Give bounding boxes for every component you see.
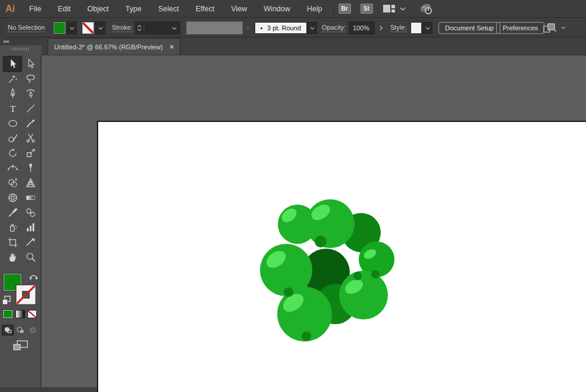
fill-swatch-chevron-icon[interactable] [67, 21, 77, 35]
shaper-tool[interactable] [4, 131, 21, 146]
menu-edit[interactable]: Edit [49, 0, 79, 17]
status-strip [0, 387, 97, 392]
style-chevron-icon[interactable] [422, 22, 433, 34]
control-bar-grip[interactable] [0, 18, 5, 37]
style-label[interactable]: Style: [390, 24, 407, 32]
gradient-mode-button[interactable] [15, 310, 25, 318]
app-logo: Ai [0, 4, 21, 14]
sphere-notch-4 [371, 270, 380, 278]
mesh-tool[interactable] [4, 190, 21, 205]
direct-selection-tool[interactable] [21, 57, 39, 71]
collapse-toolbar-button[interactable]: «« [3, 37, 9, 45]
eyedropper-tool[interactable] [4, 205, 21, 220]
tab-bar: Untitled-3* @ 66.67% (RGB/Preview) × [42, 37, 586, 55]
menu-effect[interactable]: Effect [187, 0, 223, 17]
svg-text:T: T [10, 104, 15, 114]
selection-tool[interactable] [4, 57, 21, 71]
brush-definition-value: 3 pt. Round [267, 24, 301, 32]
stroke-proxy-swatch[interactable] [15, 284, 36, 308]
stroke-swatch-chevron-icon[interactable] [95, 21, 105, 35]
gpu-performance-icon[interactable] [418, 2, 435, 15]
canvas-area[interactable] [42, 55, 586, 392]
scale-tool[interactable] [21, 146, 39, 161]
width-tool[interactable] [4, 161, 21, 175]
type-tool[interactable]: T [4, 101, 21, 116]
ellipse-tool[interactable] [4, 116, 21, 131]
opacity-expand-icon[interactable] [376, 21, 386, 35]
tab-row: «« Untitled-3* @ 66.67% (RGB/Preview) × [0, 37, 586, 55]
menu-type[interactable]: Type [117, 0, 150, 17]
menu-items: FileEditObjectTypeSelectEffectViewWindow… [21, 0, 331, 17]
column-graph-tool[interactable] [21, 220, 39, 235]
slice-tool[interactable] [21, 235, 39, 250]
isolate-chevron-icon[interactable] [560, 26, 566, 30]
zoom-tool[interactable] [21, 250, 39, 265]
color-mode-button[interactable] [3, 310, 12, 318]
screen-mode-icon[interactable] [12, 340, 29, 353]
scissors-tool[interactable] [21, 131, 39, 146]
bridge-button[interactable]: Br [339, 4, 351, 14]
gradient-tool[interactable] [21, 190, 39, 205]
sphere-notch-1 [284, 287, 293, 297]
puppet-warp-tool[interactable] [21, 161, 39, 175]
none-mode-button[interactable] [27, 310, 37, 318]
menu-window[interactable]: Window [255, 0, 298, 17]
shape-builder-tool[interactable] [4, 175, 21, 190]
curvature-tool[interactable] [21, 86, 39, 101]
menu-view[interactable]: View [223, 0, 255, 17]
opacity-label[interactable]: Opacity: [322, 24, 346, 32]
rotate-tool[interactable] [4, 146, 21, 161]
grape-cluster-artwork[interactable] [259, 187, 396, 342]
no-selection-label: No Selection [8, 24, 45, 32]
illustrator-window: Ai FileEditObjectTypeSelectEffectViewWin… [0, 0, 586, 392]
tab-close-icon[interactable]: × [170, 43, 174, 51]
draw-behind-mode-button[interactable] [15, 325, 26, 335]
draw-inside-mode-button [27, 325, 38, 335]
brush-definition-field[interactable]: 3 pt. Round [255, 22, 307, 34]
hand-tool[interactable] [4, 250, 21, 265]
magic-wand-tool[interactable] [4, 71, 21, 86]
perspective-grid-tool[interactable] [21, 175, 39, 190]
tools-panel: T [0, 55, 42, 392]
paintbrush-tool[interactable] [21, 116, 39, 131]
variable-width-chevron-icon [244, 21, 252, 35]
stock-button[interactable]: St [361, 4, 373, 14]
menu-help[interactable]: Help [299, 0, 331, 17]
opacity-value: 100% [353, 24, 369, 32]
isolate-selection-icon[interactable] [543, 23, 557, 33]
draw-normal-mode-button[interactable] [2, 325, 13, 335]
default-fill-stroke-icon[interactable] [2, 296, 11, 308]
stroke-color-swatch[interactable] [82, 22, 94, 34]
document-setup-button[interactable]: Document Setup [438, 22, 500, 34]
pen-tool[interactable] [4, 86, 21, 101]
chevron-down-icon[interactable] [399, 7, 406, 11]
lasso-tool[interactable] [21, 71, 39, 86]
menu-select[interactable]: Select [150, 0, 187, 17]
arrange-documents-icon[interactable] [383, 4, 396, 13]
toolbar-grip[interactable] [12, 48, 30, 51]
blend-tool[interactable] [21, 205, 39, 220]
fill-color-swatch[interactable] [54, 22, 65, 34]
style-swatch[interactable] [410, 22, 422, 34]
stroke-weight-label[interactable]: Stroke: [112, 24, 133, 32]
stroke-weight-dropdown[interactable] [145, 21, 180, 35]
sphere-notch-3 [302, 331, 311, 341]
tab-title: Untitled-3* @ 66.67% (RGB/Preview) [54, 43, 162, 51]
opacity-field[interactable]: 100% [349, 21, 375, 35]
toolbar-header: «« [0, 37, 42, 55]
line-segment-tool[interactable] [21, 101, 39, 116]
stroke-weight-stepper[interactable] [135, 21, 143, 35]
menu-file[interactable]: File [21, 0, 49, 17]
menu-separator [333, 2, 334, 15]
brush-chevron-icon[interactable] [307, 22, 317, 34]
symbol-sprayer-tool[interactable] [4, 220, 21, 235]
swap-fill-stroke-icon[interactable] [29, 272, 39, 283]
document-tab[interactable]: Untitled-3* @ 66.67% (RGB/Preview) × [48, 38, 180, 55]
sphere-notch-0 [315, 236, 327, 247]
tools-grid: T [0, 55, 40, 265]
menu-object[interactable]: Object [79, 0, 117, 17]
artboard-tool[interactable] [4, 235, 21, 250]
menu-bar: Ai FileEditObjectTypeSelectEffectViewWin… [0, 0, 586, 18]
preferences-button[interactable]: Preferences [496, 22, 544, 34]
brush-preview-dot [261, 27, 262, 29]
